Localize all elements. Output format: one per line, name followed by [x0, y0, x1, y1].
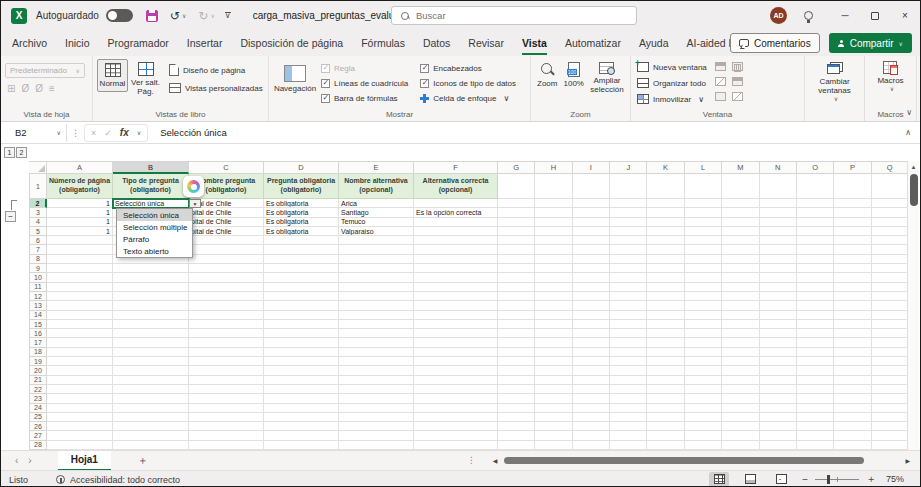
cell-C8[interactable]: [189, 255, 264, 264]
cell-C27[interactable]: [189, 431, 264, 440]
cell-C13[interactable]: [189, 301, 264, 310]
cell-M14[interactable]: [722, 311, 759, 320]
cell-E12[interactable]: [339, 292, 414, 301]
cell-D7[interactable]: [264, 245, 339, 254]
cell-Q2[interactable]: [872, 199, 909, 208]
cell-B25[interactable]: [113, 413, 189, 422]
cell-Q20[interactable]: [872, 366, 909, 375]
cell-M10[interactable]: [722, 273, 759, 282]
cell-H18[interactable]: [535, 348, 572, 357]
cell-M1[interactable]: [722, 174, 759, 199]
row-header-20[interactable]: 20: [29, 366, 47, 375]
column-header-Q[interactable]: Q: [872, 161, 909, 174]
select-all-corner[interactable]: [29, 161, 47, 174]
comments-button[interactable]: Comentarios: [730, 33, 820, 53]
cell-M3[interactable]: [722, 208, 759, 217]
undo-dropdown-icon[interactable]: ∨: [182, 12, 186, 19]
row-header-1[interactable]: 1: [29, 174, 47, 199]
cell-K25[interactable]: [647, 413, 684, 422]
row-header-13[interactable]: 13: [29, 301, 47, 310]
cell-H26[interactable]: [535, 422, 572, 431]
cell-I12[interactable]: [573, 292, 610, 301]
cell-A16[interactable]: [47, 329, 113, 338]
formula-bar-handle-icon[interactable]: ⋮: [71, 128, 80, 138]
column-header-O[interactable]: O: [797, 161, 834, 174]
cell-N3[interactable]: [760, 208, 797, 217]
checkbox-gridlines[interactable]: Líneas de cuadrícula: [321, 79, 408, 88]
cell-I19[interactable]: [573, 357, 610, 366]
cell-H13[interactable]: [535, 301, 572, 310]
cell-M4[interactable]: [722, 218, 759, 227]
cell-G16[interactable]: [498, 329, 535, 338]
cell-C20[interactable]: [189, 366, 264, 375]
tab-disposici-n-de-p-gina[interactable]: Disposición de página: [240, 31, 343, 56]
arrange-all-button[interactable]: Organizar todo: [637, 78, 707, 88]
cell-M12[interactable]: [722, 292, 759, 301]
cell-M22[interactable]: [722, 385, 759, 394]
cell-J17[interactable]: [610, 338, 647, 347]
cell-I24[interactable]: [573, 404, 610, 413]
tab-revisar[interactable]: Revisar: [468, 31, 504, 56]
cell-C3[interactable]: pital de Chile: [189, 208, 264, 217]
cell-N15[interactable]: [760, 320, 797, 329]
cell-Q21[interactable]: [872, 376, 909, 385]
cell-B1[interactable]: Tipo de pregunta(obligatorio): [113, 174, 189, 199]
cell-I14[interactable]: [573, 311, 610, 320]
cell-N24[interactable]: [760, 404, 797, 413]
cell-K10[interactable]: [647, 273, 684, 282]
cell-N16[interactable]: [760, 329, 797, 338]
cell-A23[interactable]: [47, 394, 113, 403]
cell-O9[interactable]: [797, 264, 834, 273]
cell-G11[interactable]: [498, 283, 535, 292]
cell-L15[interactable]: [685, 320, 722, 329]
cell-K16[interactable]: [647, 329, 684, 338]
cell-J25[interactable]: [610, 413, 647, 422]
cell-C4[interactable]: pital de Chile: [189, 218, 264, 227]
cell-I26[interactable]: [573, 422, 610, 431]
cell-N9[interactable]: [760, 264, 797, 273]
outline-level-2-button[interactable]: 2: [16, 147, 27, 158]
row-header-26[interactable]: 26: [29, 422, 47, 431]
cell-M6[interactable]: [722, 236, 759, 245]
cell-M17[interactable]: [722, 338, 759, 347]
column-header-I[interactable]: I: [573, 161, 610, 174]
cell-K7[interactable]: [647, 245, 684, 254]
cell-J11[interactable]: [610, 283, 647, 292]
cell-G14[interactable]: [498, 311, 535, 320]
cell-F6[interactable]: [414, 236, 498, 245]
new-sheet-button[interactable]: ＋: [137, 453, 148, 468]
cell-C10[interactable]: [189, 273, 264, 282]
cell-J12[interactable]: [610, 292, 647, 301]
cell-L22[interactable]: [685, 385, 722, 394]
cell-I2[interactable]: [573, 199, 610, 208]
cell-K13[interactable]: [647, 301, 684, 310]
cell-N23[interactable]: [760, 394, 797, 403]
cell-L26[interactable]: [685, 422, 722, 431]
cell-F20[interactable]: [414, 366, 498, 375]
cell-L25[interactable]: [685, 413, 722, 422]
cell-M2[interactable]: [722, 199, 759, 208]
row-header-12[interactable]: 12: [29, 292, 47, 301]
cell-P12[interactable]: [834, 292, 871, 301]
cell-J13[interactable]: [610, 301, 647, 310]
column-header-A[interactable]: A: [47, 161, 113, 174]
sheet-tab-hoja1[interactable]: Hoja1: [58, 451, 111, 471]
cell-P13[interactable]: [834, 301, 871, 310]
row-header-4[interactable]: 4: [29, 218, 47, 227]
cell-O12[interactable]: [797, 292, 834, 301]
cell-O13[interactable]: [797, 301, 834, 310]
cell-K9[interactable]: [647, 264, 684, 273]
cell-F1[interactable]: Alternativa correcta(opcional): [414, 174, 498, 199]
cell-L20[interactable]: [685, 366, 722, 375]
cell-O16[interactable]: [797, 329, 834, 338]
cell-K18[interactable]: [647, 348, 684, 357]
cell-J24[interactable]: [610, 404, 647, 413]
cell-G22[interactable]: [498, 385, 535, 394]
column-header-E[interactable]: E: [339, 161, 414, 174]
cell-F24[interactable]: [414, 404, 498, 413]
cell-P16[interactable]: [834, 329, 871, 338]
cell-Q6[interactable]: [872, 236, 909, 245]
cell-J18[interactable]: [610, 348, 647, 357]
undo-icon[interactable]: ↺: [170, 9, 180, 23]
cell-I25[interactable]: [573, 413, 610, 422]
